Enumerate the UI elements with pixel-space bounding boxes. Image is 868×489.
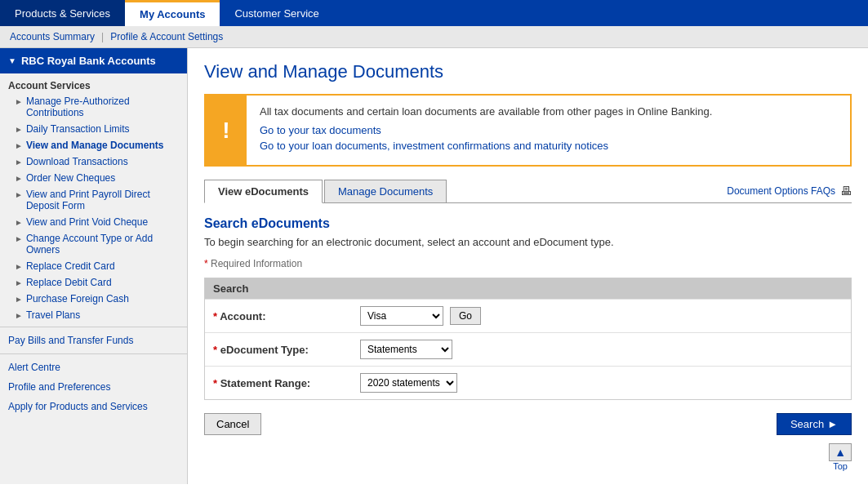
- main-content: View and Manage Documents ! All tax docu…: [188, 48, 868, 484]
- sidebar-item-download-transactions[interactable]: ► Download Transactions: [0, 153, 187, 170]
- nav-products-services[interactable]: Products & Services: [0, 0, 125, 26]
- required-star: *: [213, 344, 220, 356]
- nav-customer-service[interactable]: Customer Service: [220, 0, 333, 26]
- top-btn-area: ▲ Top: [204, 443, 852, 471]
- tax-documents-link[interactable]: Go to your tax documents: [260, 124, 712, 136]
- tabs: View eDocuments Manage Documents: [204, 180, 727, 202]
- sidebar-header-label: RBC Royal Bank Accounts: [21, 55, 156, 67]
- account-label-text: Account:: [220, 310, 265, 322]
- bullet-icon: ►: [15, 125, 23, 134]
- edoctype-select[interactable]: Statements Notices Tax Documents: [360, 340, 452, 359]
- edoctype-field: Statements Notices Tax Documents: [360, 340, 452, 359]
- statement-range-select[interactable]: 2020 statements 2019 statements 2018 sta…: [360, 373, 457, 393]
- required-note: * Required Information: [204, 258, 852, 269]
- sidebar-link-alert-centre[interactable]: Alert Centre: [0, 358, 187, 377]
- account-row: * Account: Visa Chequing Savings Line of…: [205, 299, 851, 332]
- cancel-button[interactable]: Cancel: [204, 413, 261, 435]
- sidebar-link-apply-products[interactable]: Apply for Products and Services: [0, 397, 187, 416]
- top-nav: Products & Services My Accounts Customer…: [0, 0, 868, 26]
- section-desc: To begin searching for an electronic doc…: [204, 236, 852, 248]
- sidebar-item-label: View and Print Void Cheque: [26, 216, 148, 228]
- warning-content: All tax documents and certain loan docum…: [247, 96, 725, 165]
- sidebar-collapse-icon[interactable]: ▼: [8, 56, 16, 65]
- sidebar-item-label: Order New Cheques: [26, 172, 115, 184]
- tab-view-edocuments[interactable]: View eDocuments: [204, 180, 323, 203]
- sidebar-item-purchase-foreign-cash[interactable]: ► Purchase Foreign Cash: [0, 291, 187, 307]
- loan-documents-link[interactable]: Go to your loan documents, investment co…: [260, 140, 712, 152]
- sidebar-item-label: Purchase Foreign Cash: [26, 293, 129, 305]
- sidebar-divider-2: [0, 353, 187, 354]
- account-label: * Account:: [213, 310, 360, 322]
- required-star: *: [204, 258, 208, 269]
- sidebar-item-label: Download Transactions: [26, 156, 128, 167]
- statement-range-label: * Statement Range:: [213, 377, 360, 389]
- sidebar-link-pay-bills[interactable]: Pay Bills and Transfer Funds: [0, 331, 187, 350]
- nav-my-accounts[interactable]: My Accounts: [125, 0, 220, 26]
- bullet-icon: ►: [15, 174, 23, 183]
- sidebar-item-label: Replace Credit Card: [26, 260, 115, 272]
- back-to-top-button[interactable]: ▲ Top: [829, 443, 852, 471]
- go-button[interactable]: Go: [450, 307, 481, 325]
- profile-account-settings-link[interactable]: Profile & Account Settings: [110, 31, 223, 42]
- statement-range-field: 2020 statements 2019 statements 2018 sta…: [360, 373, 457, 393]
- sidebar-header: ▼ RBC Royal Bank Accounts: [0, 48, 187, 73]
- accounts-summary-link[interactable]: Accounts Summary: [10, 31, 95, 42]
- sidebar-item-label: Replace Debit Card: [26, 277, 112, 288]
- required-star: *: [213, 377, 220, 389]
- section-title: Search eDocuments: [204, 216, 852, 231]
- bullet-icon: ►: [15, 278, 23, 287]
- statement-range-row: * Statement Range: 2020 statements 2019 …: [205, 366, 851, 399]
- search-form: Search * Account: Visa Chequing Savings …: [204, 278, 852, 400]
- edoctype-row: * eDocument Type: Statements Notices Tax…: [205, 332, 851, 366]
- edoctype-label-text: eDocument Type:: [220, 344, 309, 356]
- sidebar-item-label: Change Account Type or Add Owners: [26, 233, 179, 256]
- warning-icon: !: [206, 96, 247, 165]
- sidebar-item-label: Manage Pre-Authorized Contributions: [26, 96, 179, 118]
- search-button[interactable]: Search ►: [777, 413, 852, 435]
- nav-separator: |: [101, 31, 104, 42]
- sidebar-item-pre-authorized[interactable]: ► Manage Pre-Authorized Contributions: [0, 93, 187, 121]
- account-select[interactable]: Visa Chequing Savings Line of Credit: [360, 306, 443, 326]
- document-options-faq-link[interactable]: Document Options FAQs: [727, 185, 835, 197]
- sidebar-item-view-manage-documents[interactable]: ► View and Manage Documents: [0, 137, 187, 153]
- print-icon[interactable]: 🖶: [840, 184, 852, 198]
- search-arrow-icon: ►: [827, 418, 838, 430]
- sidebar-item-label: View and Manage Documents: [26, 140, 164, 151]
- search-form-header: Search: [205, 278, 851, 299]
- statement-range-label-text: Statement Range:: [220, 377, 311, 389]
- bullet-icon: ►: [15, 234, 23, 243]
- bullet-icon: ►: [15, 141, 23, 150]
- warning-text: All tax documents and certain loan docum…: [260, 105, 712, 118]
- sidebar-item-replace-credit-card[interactable]: ► Replace Credit Card: [0, 258, 187, 274]
- account-field: Visa Chequing Savings Line of Credit Go: [360, 306, 481, 326]
- sidebar-item-daily-transaction[interactable]: ► Daily Transaction Limits: [0, 121, 187, 137]
- edoctype-label: * eDocument Type:: [213, 344, 360, 356]
- sidebar-item-change-account-type[interactable]: ► Change Account Type or Add Owners: [0, 230, 187, 258]
- sidebar-item-replace-debit-card[interactable]: ► Replace Debit Card: [0, 274, 187, 291]
- search-button-label: Search: [790, 418, 824, 430]
- bullet-icon: ►: [15, 311, 23, 320]
- up-arrow-icon: ▲: [829, 443, 852, 461]
- bullet-icon: ►: [15, 262, 23, 271]
- sidebar-link-profile-preferences[interactable]: Profile and Preferences: [0, 377, 187, 397]
- tabs-container: View eDocuments Manage Documents Documen…: [204, 180, 852, 202]
- bullet-icon: ►: [15, 218, 23, 227]
- sidebar-item-void-cheque[interactable]: ► View and Print Void Cheque: [0, 214, 187, 230]
- page-title: View and Manage Documents: [204, 61, 852, 82]
- warning-box: ! All tax documents and certain loan doc…: [204, 94, 852, 167]
- secondary-nav: Accounts Summary | Profile & Account Set…: [0, 26, 868, 48]
- sidebar-section-title: Account Services: [0, 73, 187, 93]
- sidebar-divider-1: [0, 327, 187, 327]
- sidebar-item-payroll-direct-deposit[interactable]: ► View and Print Payroll Direct Deposit …: [0, 186, 187, 214]
- sidebar-item-travel-plans[interactable]: ► Travel Plans: [0, 307, 187, 323]
- required-star: *: [213, 310, 220, 322]
- sidebar-item-label: View and Print Payroll Direct Deposit Fo…: [26, 189, 179, 211]
- layout: ▼ RBC Royal Bank Accounts Account Servic…: [0, 48, 868, 484]
- required-text: Required Information: [211, 258, 302, 269]
- tab-manage-documents[interactable]: Manage Documents: [324, 180, 447, 202]
- sidebar-item-order-cheques[interactable]: ► Order New Cheques: [0, 170, 187, 186]
- sidebar-item-label: Travel Plans: [26, 309, 80, 321]
- bullet-icon: ►: [15, 97, 23, 106]
- top-label: Top: [833, 461, 848, 471]
- tab-faq-area: Document Options FAQs 🖶: [727, 184, 852, 202]
